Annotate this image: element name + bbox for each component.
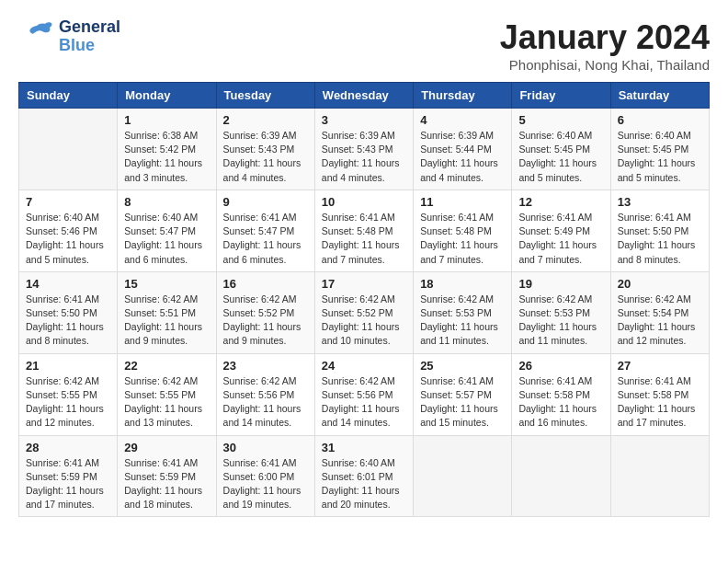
cell-content: Sunrise: 6:41 AMSunset: 5:48 PMDaylight:… bbox=[420, 211, 505, 267]
calendar-cell: 7Sunrise: 6:40 AMSunset: 5:46 PMDaylight… bbox=[19, 190, 118, 271]
calendar-cell: 12Sunrise: 6:41 AMSunset: 5:49 PMDayligh… bbox=[512, 190, 610, 271]
day-number: 10 bbox=[322, 195, 406, 209]
calendar-cell: 11Sunrise: 6:41 AMSunset: 5:48 PMDayligh… bbox=[414, 190, 512, 271]
weekday-header-tuesday: Tuesday bbox=[216, 83, 314, 109]
logo-blue-text: Blue bbox=[59, 37, 120, 55]
cell-content: Sunrise: 6:41 AMSunset: 5:58 PMDaylight:… bbox=[618, 374, 702, 431]
week-row-2: 14Sunrise: 6:41 AMSunset: 5:50 PMDayligh… bbox=[19, 271, 710, 353]
day-number: 17 bbox=[322, 277, 406, 291]
calendar-cell: 8Sunrise: 6:40 AMSunset: 5:47 PMDaylight… bbox=[118, 190, 216, 271]
weekday-header-thursday: Thursday bbox=[414, 83, 512, 109]
day-number: 30 bbox=[223, 441, 308, 454]
day-number: 2 bbox=[223, 113, 308, 127]
calendar-cell: 25Sunrise: 6:41 AMSunset: 5:57 PMDayligh… bbox=[414, 353, 512, 435]
cell-content: Sunrise: 6:41 AMSunset: 5:59 PMDaylight:… bbox=[124, 456, 209, 512]
logo-text: General Blue bbox=[59, 18, 120, 55]
calendar-cell: 28Sunrise: 6:41 AMSunset: 5:59 PMDayligh… bbox=[19, 435, 118, 517]
week-row-0: 1Sunrise: 6:38 AMSunset: 5:42 PMDaylight… bbox=[19, 109, 710, 190]
day-number: 12 bbox=[518, 195, 603, 209]
cell-content: Sunrise: 6:41 AMSunset: 5:59 PMDaylight:… bbox=[26, 456, 110, 512]
day-number: 16 bbox=[223, 277, 308, 291]
cell-content: Sunrise: 6:41 AMSunset: 5:49 PMDaylight:… bbox=[518, 211, 603, 267]
day-number: 14 bbox=[26, 277, 110, 291]
day-number: 18 bbox=[420, 277, 505, 291]
day-number: 21 bbox=[26, 359, 110, 373]
cell-content: Sunrise: 6:42 AMSunset: 5:53 PMDaylight:… bbox=[420, 293, 505, 349]
weekday-header-sunday: Sunday bbox=[19, 83, 118, 109]
day-number: 25 bbox=[420, 359, 505, 373]
calendar-cell bbox=[512, 435, 610, 517]
day-number: 5 bbox=[518, 113, 603, 127]
weekday-header-friday: Friday bbox=[512, 83, 610, 109]
cell-content: Sunrise: 6:42 AMSunset: 5:56 PMDaylight:… bbox=[322, 374, 406, 431]
day-number: 29 bbox=[124, 441, 209, 454]
week-row-4: 28Sunrise: 6:41 AMSunset: 5:59 PMDayligh… bbox=[19, 435, 710, 517]
calendar-cell: 5Sunrise: 6:40 AMSunset: 5:45 PMDaylight… bbox=[512, 109, 610, 190]
calendar-cell: 21Sunrise: 6:42 AMSunset: 5:55 PMDayligh… bbox=[19, 353, 118, 435]
cell-content: Sunrise: 6:41 AMSunset: 5:57 PMDaylight:… bbox=[420, 374, 505, 431]
calendar-cell: 6Sunrise: 6:40 AMSunset: 5:45 PMDaylight… bbox=[610, 109, 709, 190]
day-number: 13 bbox=[618, 195, 702, 209]
day-number: 3 bbox=[322, 113, 406, 127]
cell-content: Sunrise: 6:42 AMSunset: 5:55 PMDaylight:… bbox=[26, 374, 110, 431]
cell-content: Sunrise: 6:40 AMSunset: 5:46 PMDaylight:… bbox=[26, 211, 110, 267]
calendar-cell: 14Sunrise: 6:41 AMSunset: 5:50 PMDayligh… bbox=[19, 271, 118, 353]
page-header: General Blue January 2024 Phonphisai, No… bbox=[18, 18, 710, 73]
cell-content: Sunrise: 6:41 AMSunset: 5:50 PMDaylight:… bbox=[26, 293, 110, 349]
day-number: 4 bbox=[420, 113, 505, 127]
calendar-cell: 9Sunrise: 6:41 AMSunset: 5:47 PMDaylight… bbox=[216, 190, 314, 271]
cell-content: Sunrise: 6:40 AMSunset: 5:45 PMDaylight:… bbox=[618, 129, 702, 185]
calendar-cell: 30Sunrise: 6:41 AMSunset: 6:00 PMDayligh… bbox=[216, 435, 314, 517]
cell-content: Sunrise: 6:42 AMSunset: 5:56 PMDaylight:… bbox=[223, 374, 308, 431]
cell-content: Sunrise: 6:41 AMSunset: 5:58 PMDaylight:… bbox=[518, 374, 603, 431]
weekday-header-saturday: Saturday bbox=[610, 83, 709, 109]
cell-content: Sunrise: 6:38 AMSunset: 5:42 PMDaylight:… bbox=[124, 129, 209, 185]
cell-content: Sunrise: 6:41 AMSunset: 5:47 PMDaylight:… bbox=[223, 211, 308, 267]
calendar-cell: 2Sunrise: 6:39 AMSunset: 5:43 PMDaylight… bbox=[216, 109, 314, 190]
calendar-cell bbox=[610, 435, 709, 517]
cell-content: Sunrise: 6:39 AMSunset: 5:43 PMDaylight:… bbox=[322, 129, 406, 185]
calendar-cell: 13Sunrise: 6:41 AMSunset: 5:50 PMDayligh… bbox=[610, 190, 709, 271]
weekday-header-monday: Monday bbox=[118, 83, 216, 109]
day-number: 9 bbox=[223, 195, 308, 209]
calendar-cell: 4Sunrise: 6:39 AMSunset: 5:44 PMDaylight… bbox=[414, 109, 512, 190]
cell-content: Sunrise: 6:41 AMSunset: 5:48 PMDaylight:… bbox=[322, 211, 406, 267]
calendar-cell: 17Sunrise: 6:42 AMSunset: 5:52 PMDayligh… bbox=[314, 271, 413, 353]
calendar-cell: 10Sunrise: 6:41 AMSunset: 5:48 PMDayligh… bbox=[314, 190, 413, 271]
day-number: 15 bbox=[124, 277, 209, 291]
week-row-1: 7Sunrise: 6:40 AMSunset: 5:46 PMDaylight… bbox=[19, 190, 710, 271]
cell-content: Sunrise: 6:39 AMSunset: 5:43 PMDaylight:… bbox=[223, 129, 308, 185]
day-number: 1 bbox=[124, 113, 209, 127]
day-number: 27 bbox=[618, 359, 702, 373]
day-number: 8 bbox=[124, 195, 209, 209]
cell-content: Sunrise: 6:42 AMSunset: 5:52 PMDaylight:… bbox=[322, 293, 406, 349]
calendar-cell bbox=[19, 109, 118, 190]
cell-content: Sunrise: 6:41 AMSunset: 5:50 PMDaylight:… bbox=[618, 211, 702, 267]
location-text: Phonphisai, Nong Khai, Thailand bbox=[500, 57, 710, 73]
day-number: 24 bbox=[322, 359, 406, 373]
weekday-header-wednesday: Wednesday bbox=[314, 83, 413, 109]
calendar-cell: 26Sunrise: 6:41 AMSunset: 5:58 PMDayligh… bbox=[512, 353, 610, 435]
calendar-cell: 16Sunrise: 6:42 AMSunset: 5:52 PMDayligh… bbox=[216, 271, 314, 353]
cell-content: Sunrise: 6:40 AMSunset: 6:01 PMDaylight:… bbox=[322, 456, 406, 512]
calendar-cell: 1Sunrise: 6:38 AMSunset: 5:42 PMDaylight… bbox=[118, 109, 216, 190]
logo-icon bbox=[18, 18, 55, 55]
weekday-header-row: SundayMondayTuesdayWednesdayThursdayFrid… bbox=[19, 83, 710, 109]
calendar-cell: 31Sunrise: 6:40 AMSunset: 6:01 PMDayligh… bbox=[314, 435, 413, 517]
calendar-cell: 27Sunrise: 6:41 AMSunset: 5:58 PMDayligh… bbox=[610, 353, 709, 435]
calendar-cell: 18Sunrise: 6:42 AMSunset: 5:53 PMDayligh… bbox=[414, 271, 512, 353]
cell-content: Sunrise: 6:42 AMSunset: 5:51 PMDaylight:… bbox=[124, 293, 209, 349]
day-number: 6 bbox=[618, 113, 702, 127]
calendar-cell: 19Sunrise: 6:42 AMSunset: 5:53 PMDayligh… bbox=[512, 271, 610, 353]
calendar-cell: 20Sunrise: 6:42 AMSunset: 5:54 PMDayligh… bbox=[610, 271, 709, 353]
calendar-table: SundayMondayTuesdayWednesdayThursdayFrid… bbox=[18, 82, 710, 517]
cell-content: Sunrise: 6:41 AMSunset: 6:00 PMDaylight:… bbox=[223, 456, 308, 512]
calendar-cell: 22Sunrise: 6:42 AMSunset: 5:55 PMDayligh… bbox=[118, 353, 216, 435]
day-number: 11 bbox=[420, 195, 505, 209]
cell-content: Sunrise: 6:39 AMSunset: 5:44 PMDaylight:… bbox=[420, 129, 505, 185]
cell-content: Sunrise: 6:40 AMSunset: 5:47 PMDaylight:… bbox=[124, 211, 209, 267]
cell-content: Sunrise: 6:42 AMSunset: 5:55 PMDaylight:… bbox=[124, 374, 209, 431]
week-row-3: 21Sunrise: 6:42 AMSunset: 5:55 PMDayligh… bbox=[19, 353, 710, 435]
calendar-cell: 24Sunrise: 6:42 AMSunset: 5:56 PMDayligh… bbox=[314, 353, 413, 435]
calendar-cell bbox=[414, 435, 512, 517]
